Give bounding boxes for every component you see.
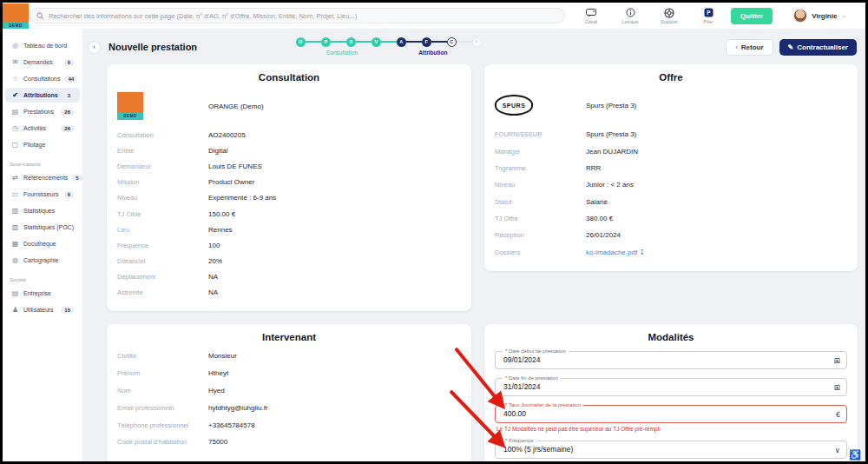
sidebar-item[interactable]: ☆ Consultations 44	[5, 71, 80, 86]
sidebar-section-soustraitants: Sous-traitants	[3, 153, 82, 169]
sidebar-item[interactable]: ▦ Docuthèque	[5, 236, 80, 251]
support-button[interactable]: Support	[655, 8, 683, 24]
download-icon[interactable]: ↧	[639, 249, 645, 256]
info-value[interactable]: Jean DUJARDIN	[586, 148, 638, 156]
sidebar-item-label: Référencements	[23, 175, 68, 181]
calendar-icon[interactable]: ⊞	[833, 379, 840, 396]
info-value: 100	[208, 242, 220, 249]
accessibility-icon[interactable]: ♿	[849, 449, 861, 461]
pen-icon: ✎	[788, 43, 794, 51]
info-label: Déplacement	[117, 273, 208, 281]
sidebar-item-label: Entreprise	[23, 290, 51, 296]
sidebar-item[interactable]: ▢ Pilotage	[5, 137, 80, 152]
retour-button[interactable]: ‹ Retour	[726, 39, 773, 56]
info-value[interactable]: 380.00 €	[586, 215, 613, 222]
info-row: Nom Hyed	[117, 382, 461, 400]
sidebar-item[interactable]: ▭ Fournisseurs 6	[5, 187, 80, 202]
info-row: Mission Product Owner	[117, 175, 461, 190]
sidebar-item[interactable]: ♟ Utilisateurs 15	[5, 302, 80, 317]
form-field[interactable]: * Fréquence 100% (5 jrs/semaine) ∨	[495, 441, 847, 459]
sidebar-item[interactable]: ▤ Prestations 26	[5, 104, 80, 119]
info-row: TJ Offre 380.00 €	[495, 210, 847, 227]
document-icon: ▤	[11, 108, 19, 116]
supplier-org-name: Spurs (Presta 3)	[586, 102, 636, 109]
consultation-rows: Consultation AO2400205 Entité Digital De…	[117, 127, 461, 301]
search-bar[interactable]	[29, 8, 565, 23]
field-value[interactable]: 09/01/2024	[496, 352, 846, 368]
sidebar-item[interactable]: ◍ Cartographie	[5, 253, 80, 268]
info-row: Astreinte NA	[117, 285, 461, 301]
app-logo[interactable]: DEMO	[3, 3, 29, 29]
topbar: DEMO Canal Lexique	[3, 3, 865, 29]
info-value[interactable]: ko-imadache.pdf	[586, 249, 637, 256]
info-label: TJ Cible	[117, 210, 208, 218]
piter-button[interactable]: P Piter	[694, 8, 722, 24]
form-field[interactable]: * Date fin de prestation 31/01/2024 ⊞	[495, 378, 847, 396]
stepper-circle: F	[472, 37, 482, 47]
info-value: Htheyt	[208, 369, 228, 377]
sidebar-item-label: Activités	[23, 125, 46, 131]
calendar-icon[interactable]: ⊞	[833, 352, 840, 369]
info-label: Dossiers	[495, 249, 586, 256]
sidebar-item[interactable]: ✉ Demandes 6	[5, 55, 80, 70]
stepper-step: A	[381, 37, 406, 47]
euro-icon[interactable]: €	[836, 406, 840, 423]
info-value[interactable]: Junior : < 2 ans	[586, 181, 634, 189]
info-value[interactable]: RRR	[586, 164, 601, 172]
stepper-step: P	[306, 37, 331, 47]
stepper-connector	[457, 41, 472, 43]
search-icon	[36, 12, 44, 20]
lifebuoy-icon	[664, 8, 674, 18]
sidebar-item[interactable]: ▤ Entreprise	[5, 286, 80, 301]
quit-button[interactable]: Quitter	[731, 8, 773, 24]
sidebar-item[interactable]: ▥ Statistiques	[5, 203, 80, 218]
info-value[interactable]: Spurs (Presta 3)	[586, 130, 636, 138]
info-value: Expérimenté : 6-9 ans	[208, 194, 276, 202]
lexique-button[interactable]: Lexique	[616, 8, 644, 24]
stepper-connector	[306, 41, 321, 43]
form-field[interactable]: * Date début de prestation 09/01/2024 ⊞	[495, 351, 847, 369]
contractualiser-button[interactable]: ✎ Contractualiser	[779, 39, 857, 56]
info-row: Demandeur Louis DE FUNES	[117, 158, 461, 174]
info-label: Consultation	[117, 131, 208, 139]
field-value[interactable]: 31/01/2024	[496, 379, 846, 395]
info-label: Email professionnel	[117, 404, 208, 412]
sidebar-item-label: Prestations	[23, 109, 54, 115]
field-value[interactable]: 400.00	[496, 406, 846, 422]
info-value[interactable]: 26/01/2024	[586, 231, 621, 239]
sidebar-item-label: Docuthèque	[23, 241, 56, 247]
info-label: Code postal d'habitation	[117, 438, 208, 446]
sidebar-item[interactable]: ⇄ Référencements 5	[5, 170, 80, 185]
lexique-label: Lexique	[621, 19, 638, 24]
intervenant-card: Intervenant Civilité Monsieur Prénom Hth…	[107, 324, 471, 464]
user-menu[interactable]: Virginie ⌄	[793, 9, 846, 23]
sidebar-item[interactable]: ◎ Tableau de bord	[5, 38, 80, 53]
search-input[interactable]	[49, 12, 557, 20]
sidebar-item[interactable]: ▥ Statistiques (POC)	[5, 220, 80, 235]
logo-orange-square	[3, 3, 29, 23]
info-label: Mission	[117, 178, 208, 186]
field-value[interactable]: 100% (5 jrs/semaine)	[496, 441, 846, 458]
stepper-circle: V	[372, 37, 381, 47]
stepper-label-consultation: Consultation	[316, 50, 368, 56]
offre-rows: FOURNISSEUR Spurs (Presta 3) Manager Jea…	[495, 126, 847, 261]
info-label: Prénom	[117, 369, 208, 377]
info-value[interactable]: Salarié	[586, 198, 608, 206]
info-row: Fréquence 100	[117, 237, 461, 253]
canal-button[interactable]: Canal	[577, 8, 605, 24]
info-value: Digital	[208, 147, 227, 155]
offre-card: Offre SPURS Spurs (Presta 3) FOURNISSEUR…	[484, 64, 858, 271]
logo-demo-label: DEMO	[3, 23, 29, 29]
info-row: Manager Jean DUJARDIN	[495, 143, 847, 159]
info-value: Monsieur	[208, 352, 237, 360]
stepper-step: C	[431, 37, 457, 47]
client-logo: DEMO	[117, 92, 143, 120]
back-button[interactable]: ‹	[88, 41, 101, 54]
form-field[interactable]: * Taux Journalier de la prestation 400.0…	[495, 405, 847, 423]
sidebar-item[interactable]: ◷ Activités 26	[5, 121, 80, 136]
info-row: Dossiers ko-imadache.pdf ↧	[495, 244, 847, 261]
count-badge: 44	[64, 76, 77, 83]
chevron-down-icon[interactable]: ∨	[834, 441, 840, 459]
info-value: Hyed	[208, 387, 225, 394]
sidebar-item[interactable]: ✔ Attributions 3	[5, 88, 80, 103]
